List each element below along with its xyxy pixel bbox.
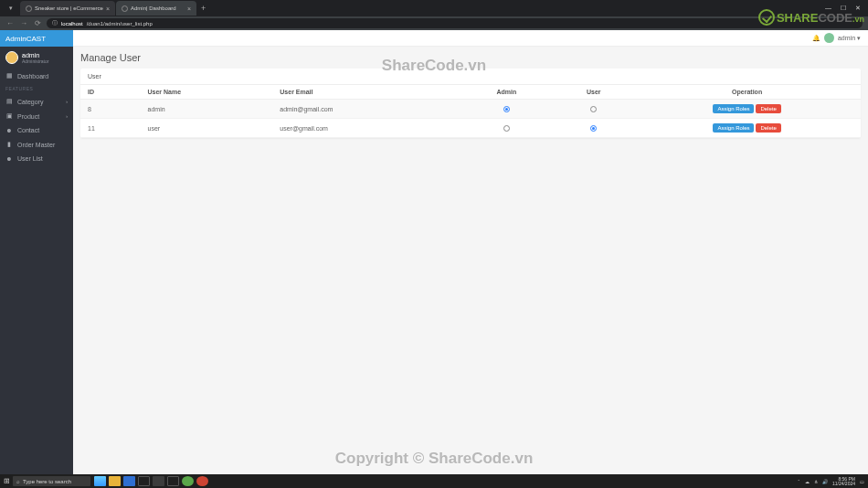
- col-name: User Name: [141, 85, 273, 100]
- tab-favicon: [26, 5, 32, 12]
- cell-email: admin@gmail.com: [272, 100, 459, 119]
- user-card: User ID User Name User Email Admin User …: [80, 69, 861, 138]
- taskbar-search[interactable]: ⌕ Type here to search: [13, 476, 90, 486]
- notification-icon[interactable]: 🔔: [812, 35, 820, 42]
- sidebar-item-product[interactable]: ▣ Product ›: [0, 109, 73, 123]
- admin-radio[interactable]: [503, 106, 510, 112]
- user-table: ID User Name User Email Admin User Opera…: [80, 85, 861, 138]
- tab-title: Sneaker store | eCommerce: [35, 5, 103, 11]
- taskbar-app[interactable]: [153, 476, 164, 486]
- sidebar-item-user-list[interactable]: ☻ User List: [0, 152, 73, 165]
- delete-button[interactable]: Delete: [756, 104, 780, 113]
- browser-tab[interactable]: Sneaker store | eCommerce ×: [20, 1, 115, 16]
- tray-volume-icon[interactable]: 🔊: [822, 479, 828, 484]
- sidebar-item-dashboard[interactable]: ▦ Dashboard: [0, 69, 73, 83]
- col-user: User: [554, 85, 633, 100]
- tag-icon: ▤: [5, 98, 13, 105]
- cart-icon: ▣: [5, 112, 13, 120]
- sidebar: AdminCAST admin Administrator ▦ Dashboar…: [0, 30, 73, 474]
- topbar: 🔔 admin ▾: [73, 30, 868, 47]
- tab-menu-button[interactable]: ▾: [5, 2, 17, 15]
- sidebar-item-label: User List: [17, 155, 43, 162]
- minimize-icon[interactable]: —: [825, 5, 831, 12]
- table-row: 8adminadmin@gmail.comAssign Roles Delete: [80, 100, 861, 119]
- back-button[interactable]: ←: [5, 19, 15, 27]
- forward-button[interactable]: →: [19, 19, 28, 27]
- cell-id: 8: [80, 100, 141, 119]
- taskbar-app[interactable]: [196, 476, 208, 486]
- taskbar-app[interactable]: [167, 476, 179, 486]
- taskbar: ⊞ ⌕ Type here to search ˄ ☁ ⋔ 🔊 8:56 PM …: [0, 474, 868, 488]
- cell-name: user: [141, 119, 273, 138]
- taskbar-app[interactable]: [94, 476, 106, 486]
- avatar[interactable]: [824, 33, 834, 43]
- new-tab-button[interactable]: +: [197, 4, 209, 13]
- brand[interactable]: AdminCAST: [0, 30, 73, 47]
- address-bar[interactable]: ⓘ localhost/duan1/admin/user_list.php: [47, 18, 863, 28]
- url-path: /duan1/admin/user_list.php: [87, 21, 153, 27]
- delete-button[interactable]: Delete: [756, 123, 780, 133]
- sidebar-item-label: Category: [17, 99, 43, 105]
- search-placeholder: Type here to search: [23, 479, 71, 484]
- close-icon[interactable]: ×: [106, 5, 110, 12]
- user-icon: ☻: [5, 127, 13, 133]
- system-tray[interactable]: ˄ ☁ ⋔ 🔊 8:56 PM 11/24/2024 ▭: [798, 477, 868, 486]
- chevron-right-icon: ›: [66, 99, 68, 104]
- tray-wifi-icon[interactable]: ⋔: [814, 479, 818, 484]
- tray-chevron-icon[interactable]: ˄: [798, 479, 800, 484]
- dashboard-icon: ▦: [5, 72, 13, 80]
- user-radio[interactable]: [590, 106, 597, 112]
- cell-id: 11: [80, 119, 141, 138]
- cell-email: user@gmail.com: [272, 119, 459, 138]
- taskbar-app[interactable]: [138, 476, 150, 486]
- maximize-icon[interactable]: ☐: [841, 5, 846, 12]
- col-email: User Email: [272, 85, 459, 100]
- sidebar-item-contact[interactable]: ☻ Contact: [0, 123, 73, 137]
- sidebar-item-label: Dashboard: [17, 73, 48, 80]
- sidebar-item-category[interactable]: ▤ Category ›: [0, 94, 73, 109]
- topbar-user[interactable]: admin ▾: [838, 35, 861, 42]
- col-op: Operation: [633, 85, 861, 100]
- tab-favicon: [122, 5, 128, 12]
- close-icon[interactable]: ×: [187, 5, 191, 12]
- table-row: 11useruser@gmail.comAssign Roles Delete: [80, 119, 861, 138]
- taskbar-app[interactable]: [109, 476, 121, 486]
- sidebar-item-order-master[interactable]: ▮ Order Master: [0, 137, 73, 152]
- sidebar-item-label: Product: [17, 113, 39, 120]
- reload-button[interactable]: ⟳: [33, 19, 42, 27]
- user-role: Administrator: [22, 58, 48, 64]
- sidebar-item-label: Contact: [17, 127, 39, 133]
- tray-cloud-icon[interactable]: ☁: [805, 479, 810, 484]
- chevron-right-icon: ›: [66, 113, 68, 119]
- browser-tab-active[interactable]: Admin| Dashboard ×: [116, 1, 196, 16]
- user-icon: ☻: [5, 155, 13, 162]
- search-icon: ⌕: [16, 479, 20, 484]
- sidebar-section: FEATURES: [0, 83, 73, 94]
- assign-roles-button[interactable]: Assign Roles: [713, 104, 754, 113]
- site-info-icon: ⓘ: [52, 19, 58, 27]
- close-window-icon[interactable]: ✕: [855, 5, 861, 12]
- taskbar-apps: [94, 476, 208, 486]
- taskbar-app[interactable]: [182, 476, 194, 486]
- clock[interactable]: 8:56 PM 11/24/2024: [832, 477, 855, 486]
- user-radio[interactable]: [590, 125, 597, 132]
- col-admin: Admin: [459, 85, 554, 100]
- cell-name: admin: [141, 100, 273, 119]
- avatar: [5, 51, 18, 64]
- sidebar-user: admin Administrator: [0, 47, 73, 69]
- page-title: Manage User: [80, 52, 861, 63]
- file-icon: ▮: [5, 141, 13, 148]
- user-name: admin: [22, 52, 48, 58]
- url-host: localhost: [61, 21, 83, 27]
- start-button[interactable]: ⊞: [0, 477, 13, 485]
- sidebar-item-label: Order Master: [17, 142, 55, 148]
- assign-roles-button[interactable]: Assign Roles: [713, 123, 754, 133]
- col-id: ID: [80, 85, 141, 100]
- tab-title: Admin| Dashboard: [131, 5, 176, 11]
- notifications-icon[interactable]: ▭: [860, 479, 864, 484]
- taskbar-app[interactable]: [123, 476, 135, 486]
- admin-radio[interactable]: [503, 125, 510, 132]
- card-header: User: [80, 69, 861, 85]
